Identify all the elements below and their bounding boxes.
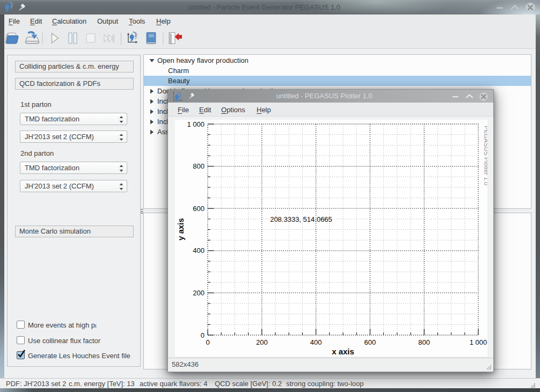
svg-text:x axis: x axis: [332, 347, 354, 356]
svg-text:800: 800: [193, 162, 205, 170]
svg-text:208.3333, 514.0665: 208.3333, 514.0665: [270, 215, 332, 223]
svg-text:400: 400: [310, 338, 322, 346]
svg-text:600: 600: [364, 338, 376, 346]
svg-text:1 000: 1 000: [187, 120, 205, 128]
svg-text:400: 400: [193, 246, 205, 255]
svg-text:200: 200: [256, 338, 268, 346]
svg-text:PEGASUS Plotter 1.0: PEGASUS Plotter 1.0: [483, 126, 487, 185]
svg-text:y axis: y axis: [176, 218, 185, 241]
svg-text:1 000: 1 000: [470, 338, 487, 346]
svg-text:600: 600: [193, 205, 205, 213]
svg-text:0: 0: [201, 331, 205, 339]
svg-text:800: 800: [418, 338, 430, 346]
svg-text:0: 0: [206, 338, 209, 346]
svg-text:200: 200: [193, 289, 205, 297]
